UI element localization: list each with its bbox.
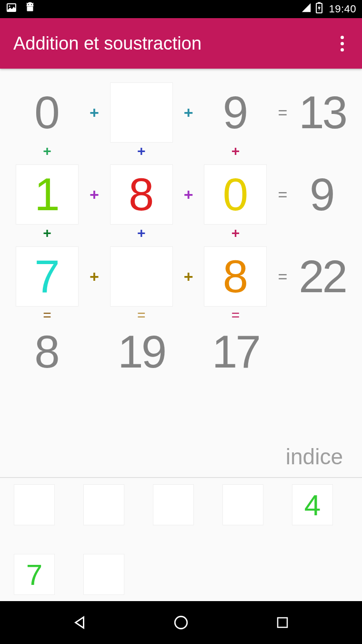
- veq-c: =: [231, 307, 240, 328]
- veq-b: =: [137, 307, 146, 328]
- app-title: Addition et soustraction: [13, 33, 201, 54]
- cell-r2-a-slot[interactable]: 1: [16, 165, 78, 224]
- eq-r3: =: [278, 267, 287, 286]
- tile-3[interactable]: [153, 485, 193, 525]
- eq-r1: =: [278, 103, 287, 122]
- vop-2-b: +: [137, 225, 146, 246]
- colresult-b: 19: [118, 329, 165, 375]
- signal-icon: [301, 2, 312, 16]
- op-r3-2: +: [184, 268, 193, 285]
- cell-r3-b-slot[interactable]: [111, 247, 172, 306]
- cell-r1-a: 0: [34, 90, 60, 135]
- cell-r1-b-slot[interactable]: [111, 83, 172, 142]
- cell-r3-a: 7: [34, 254, 60, 299]
- tile-5[interactable]: 4: [292, 485, 332, 525]
- colresult-c: 17: [212, 329, 259, 375]
- eq-r2: =: [278, 185, 287, 204]
- status-left: [6, 1, 36, 17]
- back-button[interactable]: [65, 608, 94, 637]
- svg-point-3: [31, 4, 32, 5]
- tile-4[interactable]: [223, 485, 263, 525]
- recents-button[interactable]: [268, 608, 297, 637]
- android-icon: [24, 1, 36, 17]
- result-r2: 9: [310, 172, 335, 217]
- tile-7[interactable]: [84, 554, 124, 594]
- cell-r2-b: 8: [129, 172, 154, 217]
- home-button[interactable]: [167, 608, 195, 637]
- vop-2-c: +: [231, 225, 240, 246]
- vop-1-a: +: [43, 143, 51, 164]
- game-area: 0 + + 9 = 13 + + + 1 + 8 + 0: [0, 69, 362, 442]
- svg-point-1: [9, 6, 10, 7]
- nav-bar: [0, 601, 362, 644]
- cell-r2-c: 0: [223, 172, 248, 217]
- tile-1[interactable]: [14, 485, 54, 525]
- colresult-a: 8: [34, 329, 60, 375]
- hint-button[interactable]: indice: [286, 444, 343, 469]
- tile-2[interactable]: [84, 485, 124, 525]
- cell-r1-c: 9: [223, 90, 248, 135]
- result-r3: 22: [299, 254, 346, 299]
- op-r2-1: +: [90, 186, 99, 203]
- picture-icon: [6, 2, 17, 16]
- battery-charging-icon: [315, 2, 323, 16]
- svg-rect-8: [278, 618, 287, 627]
- status-right: 19:40: [301, 2, 356, 16]
- svg-point-7: [175, 616, 187, 629]
- vop-2-a: +: [43, 225, 51, 246]
- op-r1-2: +: [184, 104, 193, 121]
- cell-r2-c-slot[interactable]: 0: [204, 165, 266, 224]
- op-r2-2: +: [184, 186, 193, 203]
- equation-grid: 0 + + 9 = 13 + + + 1 + 8 + 0: [16, 83, 346, 375]
- op-r3-1: +: [90, 268, 99, 285]
- vop-1-c: +: [231, 143, 240, 164]
- cell-r3-c-slot[interactable]: 8: [204, 247, 266, 306]
- answer-tiles: 4 7: [0, 478, 362, 601]
- phone-frame: 19:40 Addition et soustraction 0 + + 9 =…: [0, 0, 362, 644]
- vop-1-b: +: [137, 143, 146, 164]
- app-bar: Addition et soustraction: [0, 18, 362, 69]
- status-time: 19:40: [329, 3, 356, 15]
- status-bar: 19:40: [0, 0, 362, 18]
- cell-r2-b-slot[interactable]: 8: [111, 165, 172, 224]
- cell-r3-c: 8: [223, 254, 248, 299]
- cell-r3-a-slot[interactable]: 7: [16, 247, 78, 306]
- hint-row: indice: [0, 442, 362, 477]
- veq-a: =: [43, 307, 51, 328]
- main-content: 0 + + 9 = 13 + + + 1 + 8 + 0: [0, 69, 362, 601]
- op-r1-1: +: [90, 104, 99, 121]
- cell-r2-a: 1: [34, 172, 60, 217]
- svg-point-2: [28, 4, 29, 5]
- svg-rect-6: [318, 2, 321, 4]
- result-r1: 13: [299, 90, 346, 135]
- tile-6[interactable]: 7: [14, 554, 54, 594]
- svg-rect-4: [27, 7, 33, 11]
- overflow-menu-icon[interactable]: [336, 31, 349, 56]
